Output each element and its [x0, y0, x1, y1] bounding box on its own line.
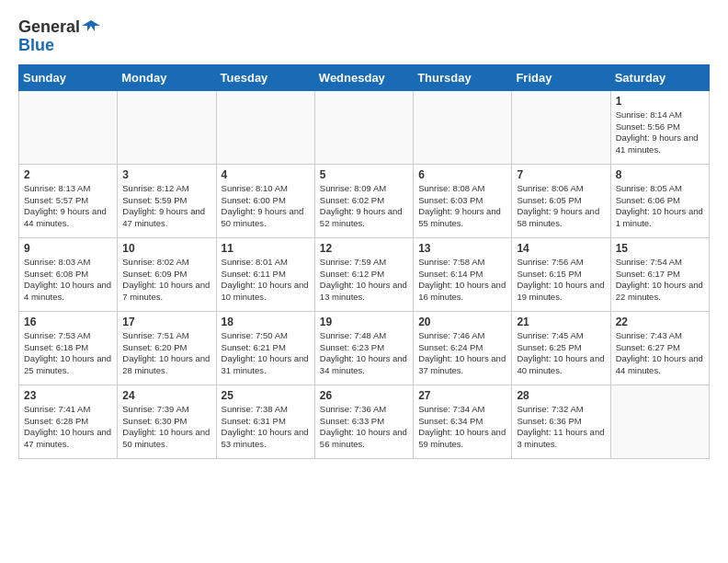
weekday-header-row: SundayMondayTuesdayWednesdayThursdayFrid… — [19, 64, 710, 90]
calendar-day-cell: 5Sunrise: 8:09 AM Sunset: 6:02 PM Daylig… — [314, 164, 413, 237]
day-info: Sunrise: 8:02 AM Sunset: 6:09 PM Dayligh… — [122, 257, 210, 304]
day-number: 12 — [320, 242, 408, 255]
calendar-day-cell: 9Sunrise: 8:03 AM Sunset: 6:08 PM Daylig… — [19, 237, 118, 311]
day-number: 6 — [418, 168, 506, 181]
day-number: 19 — [320, 316, 408, 328]
calendar-day-cell: 11Sunrise: 8:01 AM Sunset: 6:11 PM Dayli… — [216, 237, 314, 311]
calendar-day-cell: 15Sunrise: 7:54 AM Sunset: 6:17 PM Dayli… — [610, 237, 709, 311]
day-number: 14 — [517, 242, 605, 255]
day-number: 9 — [24, 242, 112, 255]
calendar-day-cell: 16Sunrise: 7:53 AM Sunset: 6:18 PM Dayli… — [19, 311, 118, 385]
day-info: Sunrise: 7:54 AM Sunset: 6:17 PM Dayligh… — [616, 257, 704, 304]
day-number: 4 — [222, 168, 310, 181]
day-info: Sunrise: 7:48 AM Sunset: 6:23 PM Dayligh… — [320, 330, 408, 377]
day-info: Sunrise: 8:12 AM Sunset: 5:59 PM Dayligh… — [122, 183, 210, 230]
day-number: 8 — [616, 168, 704, 181]
calendar-day-cell: 12Sunrise: 7:59 AM Sunset: 6:12 PM Dayli… — [314, 237, 413, 311]
calendar-day-cell: 19Sunrise: 7:48 AM Sunset: 6:23 PM Dayli… — [314, 311, 413, 385]
day-number: 17 — [122, 316, 210, 328]
calendar-day-cell: 13Sunrise: 7:58 AM Sunset: 6:14 PM Dayli… — [414, 237, 512, 311]
day-number: 3 — [122, 168, 210, 181]
day-number: 2 — [24, 168, 112, 181]
calendar-week-row: 23Sunrise: 7:41 AM Sunset: 6:28 PM Dayli… — [19, 385, 710, 458]
day-number: 13 — [418, 242, 506, 255]
day-number: 5 — [320, 168, 408, 181]
calendar-day-cell: 3Sunrise: 8:12 AM Sunset: 5:59 PM Daylig… — [118, 164, 216, 237]
calendar-day-cell: 6Sunrise: 8:08 AM Sunset: 6:03 PM Daylig… — [414, 164, 512, 237]
weekday-header-saturday: Saturday — [610, 64, 709, 90]
calendar-day-cell: 18Sunrise: 7:50 AM Sunset: 6:21 PM Dayli… — [216, 311, 314, 385]
day-info: Sunrise: 8:05 AM Sunset: 6:06 PM Dayligh… — [616, 183, 704, 230]
logo: General Blue — [18, 18, 100, 55]
calendar-day-cell: 24Sunrise: 7:39 AM Sunset: 6:30 PM Dayli… — [118, 385, 216, 458]
calendar-day-cell: 17Sunrise: 7:51 AM Sunset: 6:20 PM Dayli… — [118, 311, 216, 385]
calendar-day-cell: 1Sunrise: 8:14 AM Sunset: 5:56 PM Daylig… — [610, 90, 709, 164]
calendar-day-cell: 27Sunrise: 7:34 AM Sunset: 6:34 PM Dayli… — [414, 385, 512, 458]
calendar-day-cell: 14Sunrise: 7:56 AM Sunset: 6:15 PM Dayli… — [512, 237, 610, 311]
calendar-day-cell: 26Sunrise: 7:36 AM Sunset: 6:33 PM Dayli… — [314, 385, 413, 458]
day-number: 11 — [222, 242, 310, 255]
calendar-day-cell — [512, 90, 610, 164]
day-number: 22 — [616, 316, 704, 328]
calendar-day-cell: 22Sunrise: 7:43 AM Sunset: 6:27 PM Dayli… — [610, 311, 709, 385]
day-number: 15 — [616, 242, 704, 255]
calendar-day-cell: 8Sunrise: 8:05 AM Sunset: 6:06 PM Daylig… — [610, 164, 709, 237]
day-info: Sunrise: 7:59 AM Sunset: 6:12 PM Dayligh… — [320, 257, 408, 304]
day-info: Sunrise: 7:51 AM Sunset: 6:20 PM Dayligh… — [122, 330, 210, 377]
calendar-day-cell: 10Sunrise: 8:02 AM Sunset: 6:09 PM Dayli… — [118, 237, 216, 311]
day-number: 7 — [517, 168, 605, 181]
day-info: Sunrise: 7:43 AM Sunset: 6:27 PM Dayligh… — [616, 330, 704, 377]
day-number: 26 — [320, 389, 408, 402]
day-number: 16 — [24, 316, 112, 328]
calendar-day-cell — [216, 90, 314, 164]
calendar-day-cell — [314, 90, 413, 164]
day-info: Sunrise: 7:50 AM Sunset: 6:21 PM Dayligh… — [222, 330, 310, 377]
day-info: Sunrise: 7:34 AM Sunset: 6:34 PM Dayligh… — [418, 404, 506, 451]
calendar-day-cell: 4Sunrise: 8:10 AM Sunset: 6:00 PM Daylig… — [216, 164, 314, 237]
calendar-day-cell — [118, 90, 216, 164]
weekday-header-tuesday: Tuesday — [216, 64, 314, 90]
calendar-week-row: 16Sunrise: 7:53 AM Sunset: 6:18 PM Dayli… — [19, 311, 710, 385]
day-info: Sunrise: 8:14 AM Sunset: 5:56 PM Dayligh… — [616, 109, 704, 156]
weekday-header-thursday: Thursday — [414, 64, 512, 90]
day-info: Sunrise: 8:13 AM Sunset: 5:57 PM Dayligh… — [24, 183, 112, 230]
calendar-day-cell: 21Sunrise: 7:45 AM Sunset: 6:25 PM Dayli… — [512, 311, 610, 385]
day-info: Sunrise: 7:41 AM Sunset: 6:28 PM Dayligh… — [24, 404, 112, 451]
svg-marker-0 — [82, 20, 100, 31]
calendar-week-row: 9Sunrise: 8:03 AM Sunset: 6:08 PM Daylig… — [19, 237, 710, 311]
day-number: 28 — [517, 389, 605, 402]
day-info: Sunrise: 7:32 AM Sunset: 6:36 PM Dayligh… — [517, 404, 605, 451]
calendar-day-cell: 25Sunrise: 7:38 AM Sunset: 6:31 PM Dayli… — [216, 385, 314, 458]
day-info: Sunrise: 8:03 AM Sunset: 6:08 PM Dayligh… — [24, 257, 112, 304]
calendar-week-row: 2Sunrise: 8:13 AM Sunset: 5:57 PM Daylig… — [19, 164, 710, 237]
logo-general: General — [18, 18, 80, 37]
day-info: Sunrise: 8:06 AM Sunset: 6:05 PM Dayligh… — [517, 183, 605, 230]
header: General Blue — [18, 18, 710, 55]
day-number: 25 — [222, 389, 310, 402]
calendar-day-cell: 28Sunrise: 7:32 AM Sunset: 6:36 PM Dayli… — [512, 385, 610, 458]
calendar-day-cell — [414, 90, 512, 164]
day-number: 24 — [122, 389, 210, 402]
day-info: Sunrise: 7:38 AM Sunset: 6:31 PM Dayligh… — [222, 404, 310, 451]
weekday-header-friday: Friday — [512, 64, 610, 90]
day-number: 20 — [418, 316, 506, 328]
day-info: Sunrise: 7:58 AM Sunset: 6:14 PM Dayligh… — [418, 257, 506, 304]
calendar-day-cell — [610, 385, 709, 458]
day-info: Sunrise: 7:53 AM Sunset: 6:18 PM Dayligh… — [24, 330, 112, 377]
calendar-day-cell: 7Sunrise: 8:06 AM Sunset: 6:05 PM Daylig… — [512, 164, 610, 237]
calendar-day-cell: 2Sunrise: 8:13 AM Sunset: 5:57 PM Daylig… — [19, 164, 118, 237]
calendar-day-cell: 20Sunrise: 7:46 AM Sunset: 6:24 PM Dayli… — [414, 311, 512, 385]
day-info: Sunrise: 8:09 AM Sunset: 6:02 PM Dayligh… — [320, 183, 408, 230]
logo-bird-icon — [82, 18, 100, 37]
day-number: 10 — [122, 242, 210, 255]
weekday-header-monday: Monday — [118, 64, 216, 90]
day-info: Sunrise: 7:45 AM Sunset: 6:25 PM Dayligh… — [517, 330, 605, 377]
day-info: Sunrise: 8:01 AM Sunset: 6:11 PM Dayligh… — [222, 257, 310, 304]
day-info: Sunrise: 7:56 AM Sunset: 6:15 PM Dayligh… — [517, 257, 605, 304]
day-number: 1 — [616, 95, 704, 108]
day-number: 21 — [517, 316, 605, 328]
day-info: Sunrise: 8:10 AM Sunset: 6:00 PM Dayligh… — [222, 183, 310, 230]
logo-blue: Blue — [18, 37, 54, 55]
day-number: 18 — [222, 316, 310, 328]
day-number: 27 — [418, 389, 506, 402]
